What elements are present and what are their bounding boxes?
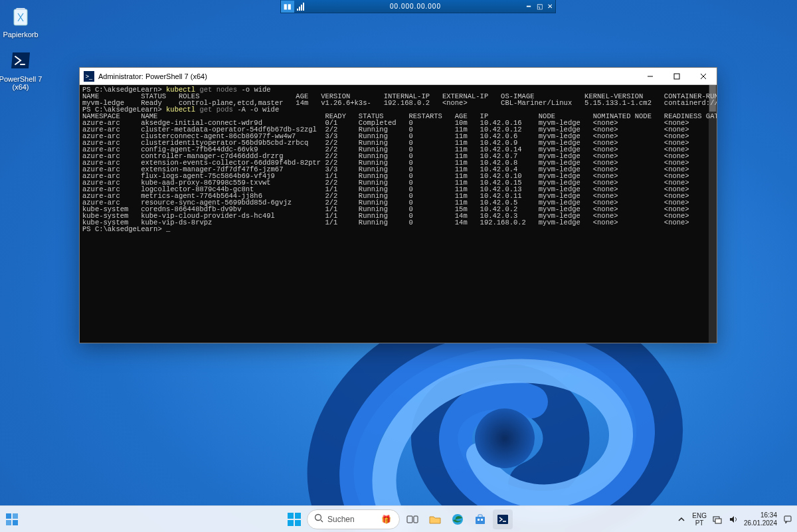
svg-rect-12 [288, 520, 294, 526]
svg-point-18 [452, 514, 463, 525]
media-minimize-icon[interactable]: ━ [523, 2, 534, 11]
svg-point-0 [475, 408, 535, 468]
svg-rect-6 [6, 513, 11, 519]
svg-rect-7 [13, 513, 18, 519]
start-button[interactable] [284, 509, 304, 529]
svg-line-15 [321, 520, 323, 522]
svg-rect-17 [414, 516, 418, 523]
search-icon [314, 513, 323, 525]
svg-rect-26 [784, 516, 791, 521]
signal-icon [297, 3, 308, 11]
desktop-icon-recycle-bin[interactable]: Papierkorb [0, 3, 44, 39]
powershell-titlebar-icon: >_ [84, 71, 94, 82]
window-titlebar[interactable]: >_ Administrator: PowerShell 7 (x64) [80, 68, 717, 85]
language-indicator[interactable]: ENGPT [692, 512, 707, 527]
svg-rect-19 [476, 517, 485, 524]
taskbar: Suchen 🎁 ENGPT 16:3426.01.2024 [0, 505, 797, 532]
svg-rect-22 [481, 519, 483, 521]
svg-rect-21 [478, 519, 480, 521]
svg-rect-8 [6, 520, 11, 525]
media-counter: 00.000.00.000 [308, 3, 523, 10]
edge-icon[interactable] [448, 509, 468, 529]
svg-rect-13 [295, 520, 301, 526]
svg-rect-10 [288, 513, 294, 519]
taskbar-search[interactable]: Suchen 🎁 [307, 509, 400, 529]
svg-rect-9 [13, 520, 18, 525]
tray-chevron-icon[interactable] [676, 514, 687, 525]
window-maximize-button[interactable] [664, 68, 690, 85]
media-restore-icon[interactable]: ◱ [534, 2, 545, 11]
search-decor-icon: 🎁 [381, 515, 391, 524]
file-explorer-icon[interactable] [425, 509, 445, 529]
svg-rect-25 [715, 519, 721, 523]
desktop-icon-label: Papierkorb [0, 31, 44, 39]
svg-rect-3 [674, 74, 679, 79]
media-close-icon[interactable]: ✕ [545, 2, 555, 11]
desktop-icon-label: PowerShell 7 (x64) [0, 75, 44, 91]
svg-rect-16 [407, 516, 412, 523]
powershell-icon [8, 48, 33, 73]
window-close-button[interactable] [690, 68, 717, 85]
svg-rect-11 [295, 513, 301, 519]
terminal-output[interactable]: PS C:\aksedgeLearn> kubectl get nodes -o… [80, 85, 717, 343]
window-minimize-button[interactable] [637, 68, 664, 85]
powershell-window: >_ Administrator: PowerShell 7 (x64) PS … [79, 67, 717, 343]
recycle-bin-icon [8, 3, 33, 29]
media-bar[interactable]: ▮▮ 00.000.00.000 ━ ◱ ✕ [280, 0, 556, 13]
network-icon[interactable] [712, 514, 723, 525]
store-icon[interactable] [470, 509, 490, 529]
notifications-icon[interactable] [782, 514, 793, 525]
terminal-icon[interactable] [493, 509, 513, 529]
volume-icon[interactable] [728, 514, 739, 525]
svg-point-14 [315, 515, 321, 521]
window-title: Administrator: PowerShell 7 (x64) [98, 72, 637, 80]
media-pause-icon[interactable]: ▮▮ [281, 1, 294, 13]
desktop-icon-powershell[interactable]: PowerShell 7 (x64) [0, 48, 44, 91]
task-view-button[interactable] [402, 509, 422, 529]
taskbar-widgets-button[interactable] [3, 510, 21, 529]
search-placeholder: Suchen [327, 515, 355, 524]
clock[interactable]: 16:3426.01.2024 [744, 511, 777, 527]
